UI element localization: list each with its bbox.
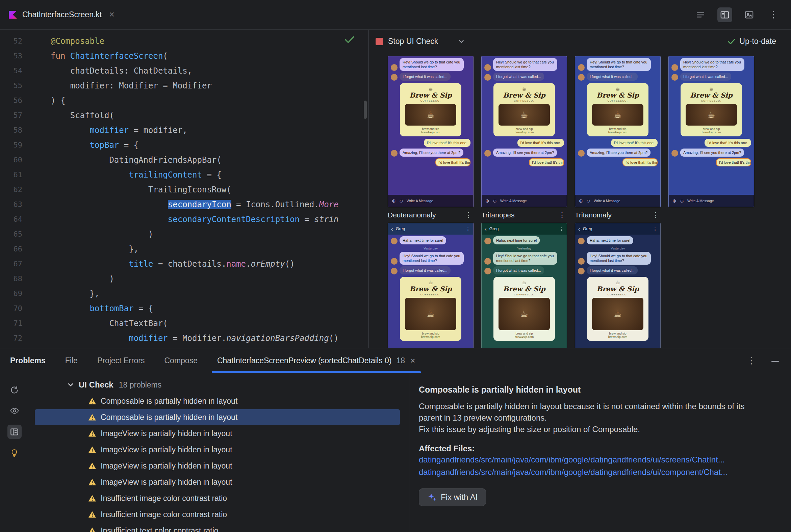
code-line[interactable]: 70 bottomBar = {: [0, 301, 368, 316]
code-line[interactable]: 55 modifier: Modifier = Modifier: [0, 78, 368, 93]
code-line[interactable]: 71 ChatTextBar(: [0, 316, 368, 331]
problems-body: UI Check 18 problems Composable is parti…: [0, 373, 791, 532]
gutter-spacer: [22, 197, 51, 212]
code-line[interactable]: 72 modifier = Modifier.navigationBarsPad…: [0, 331, 368, 346]
problem-item[interactable]: ImageView is partially hidden in layout: [35, 425, 400, 441]
code-line[interactable]: 63 secondaryIcon = Icons.Outlined.More: [0, 197, 368, 212]
problem-item[interactable]: ImageView is partially hidden in layout: [35, 474, 400, 490]
warning-icon: [88, 495, 96, 502]
problem-item[interactable]: Insufficient text color contrast ratio: [35, 522, 400, 532]
line-number: 59: [0, 138, 22, 153]
preview-card[interactable]: Hey! Should we go to that cafe you menti…: [388, 56, 474, 207]
preview-eye-icon[interactable]: [7, 404, 22, 418]
code-line[interactable]: 68 ): [0, 271, 368, 286]
quick-fix-bulb-icon[interactable]: [7, 445, 22, 460]
chevron-down-icon[interactable]: [67, 381, 75, 389]
chevron-down-icon[interactable]: [458, 38, 465, 45]
code-line[interactable]: 62 TrailingIconsRow(: [0, 182, 368, 197]
preview-card[interactable]: Hey! Should we go to that cafe you menti…: [668, 56, 754, 207]
affected-file-link[interactable]: datingandfriends/src/main/java/com/ibm/g…: [419, 466, 777, 478]
problem-item[interactable]: ImageView is partially hidden in layout: [35, 458, 400, 474]
preview-card[interactable]: ‹Greg⋮Haha, next time for sure!Yesterday…: [575, 223, 661, 348]
stop-icon[interactable]: [375, 38, 383, 45]
tab-project-errors[interactable]: Project Errors: [97, 348, 145, 373]
tool-window-title-problems[interactable]: Problems: [10, 348, 45, 373]
write-message-placeholder: Write A Message: [687, 199, 714, 203]
editor-scrollbar-thumb[interactable]: [364, 100, 367, 119]
problem-text: ImageView is partially hidden in layout: [100, 461, 232, 471]
refresh-icon[interactable]: [7, 383, 22, 397]
back-icon[interactable]: ‹: [578, 226, 580, 232]
problems-side-toolbar: [0, 373, 29, 532]
problem-item[interactable]: ImageView is partially hidden in layout: [35, 441, 400, 458]
editor-mode-toggle: ⋮: [693, 7, 781, 22]
problem-item[interactable]: Composable is partially hidden in layout: [35, 409, 400, 425]
close-tab-icon[interactable]: ×: [109, 10, 114, 19]
details-view-icon[interactable]: [7, 425, 22, 439]
code-line[interactable]: 65 ): [0, 227, 368, 242]
add-icon[interactable]: ⊕: [579, 198, 583, 203]
preview-card[interactable]: Hey! Should we go to that cafe you menti…: [575, 56, 661, 207]
variant-menu-icon[interactable]: ⋮: [558, 211, 567, 220]
code-line[interactable]: 64 secondaryContentDescription = strin: [0, 212, 368, 227]
file-tab[interactable]: ChatInterfaceScreen.kt ×: [9, 0, 114, 30]
problem-group-row[interactable]: UI Check 18 problems: [35, 377, 400, 393]
problem-item[interactable]: Insufficient image color contrast ratio: [35, 490, 400, 506]
message-input-bar: ⊕☺Write A Message: [482, 195, 567, 207]
preview-grid[interactable]: Hey! Should we go to that cafe you menti…: [369, 53, 791, 348]
problem-item[interactable]: Insufficient image color contrast ratio: [35, 506, 400, 522]
code-line[interactable]: 53fun ChatInterfaceScreen(: [0, 49, 368, 63]
emoji-icon[interactable]: ☺: [586, 198, 591, 203]
emoji-icon[interactable]: ☺: [399, 198, 404, 203]
add-icon[interactable]: ⊕: [485, 198, 490, 203]
variant-menu-icon[interactable]: ⋮: [652, 211, 661, 220]
code-line[interactable]: 67 title = chatDetails.name.orEmpty(): [0, 256, 368, 271]
preview-card[interactable]: ‹Greg⋮Haha, next time for sure!Yesterday…: [388, 223, 474, 348]
tab-file[interactable]: File: [65, 348, 78, 373]
code-mode-icon[interactable]: [693, 7, 708, 22]
minimize-panel-icon[interactable]: [771, 358, 779, 364]
code-line[interactable]: 73 onAddClick = {},: [0, 346, 368, 348]
add-icon[interactable]: ⊕: [392, 198, 396, 203]
code-editor[interactable]: 52@Composable53fun ChatInterfaceScreen(5…: [0, 30, 368, 348]
more-vertical-icon[interactable]: ⋮: [466, 227, 470, 232]
code-line[interactable]: 66 },: [0, 242, 368, 256]
code-line[interactable]: 59 topBar = {: [0, 138, 368, 153]
split-mode-icon[interactable]: [717, 7, 732, 22]
more-options-icon[interactable]: ⋮: [766, 7, 781, 22]
preview-card[interactable]: ‹Greg⋮Haha, next time for sure!Yesterday…: [481, 223, 567, 348]
inspections-ok-icon[interactable]: [345, 35, 355, 45]
brew-card-link: brew&sip.com: [590, 335, 645, 339]
code-line[interactable]: 54 chatDetails: ChatDetails,: [0, 63, 368, 78]
chat-bubble: I forgot what it was called...: [587, 266, 638, 274]
stop-ui-check-button[interactable]: Stop UI Check: [388, 37, 438, 46]
tab-compose[interactable]: Compose: [164, 348, 197, 373]
avatar: [578, 150, 585, 157]
code-line[interactable]: 58 modifier = modifier,: [0, 123, 368, 138]
add-icon[interactable]: ⊕: [673, 198, 677, 203]
message-row: I forgot what it was called...: [391, 266, 471, 274]
code-line[interactable]: 69 },: [0, 286, 368, 301]
design-mode-icon[interactable]: [742, 7, 757, 22]
code-line[interactable]: 56) {: [0, 93, 368, 108]
code-line[interactable]: 52@Composable: [0, 34, 368, 49]
code-line[interactable]: 60 DatingAndFriendsAppBar(: [0, 153, 368, 167]
back-icon[interactable]: ‹: [391, 226, 393, 232]
fix-with-ai-button[interactable]: Fix with AI: [419, 489, 486, 506]
variant-menu-icon[interactable]: ⋮: [465, 211, 474, 220]
emoji-icon[interactable]: ☺: [493, 198, 497, 203]
preview-card[interactable]: Hey! Should we go to that cafe you menti…: [481, 56, 567, 207]
emoji-icon[interactable]: ☺: [680, 198, 684, 203]
back-icon[interactable]: ‹: [485, 226, 487, 232]
problem-item[interactable]: Composable is partially hidden in layout: [35, 393, 400, 409]
panel-options-icon[interactable]: ⋮: [747, 356, 756, 365]
code-line[interactable]: 61 trailingContent = {: [0, 167, 368, 182]
more-vertical-icon[interactable]: ⋮: [653, 227, 657, 232]
preview-row-1: Hey! Should we go to that cafe you menti…: [388, 56, 791, 207]
affected-file-link[interactable]: datingandfriends/src/main/java/com/ibm/g…: [419, 453, 777, 466]
close-tab-icon[interactable]: ×: [410, 356, 416, 366]
code-line[interactable]: 57 Scaffold(: [0, 108, 368, 123]
chat-bubble: I'd love that! It's this one.: [517, 139, 564, 147]
more-vertical-icon[interactable]: ⋮: [559, 227, 564, 232]
tab-chat-interface-screen-preview[interactable]: ChatInterfaceScreenPreview (sortedChatDe…: [217, 348, 416, 373]
